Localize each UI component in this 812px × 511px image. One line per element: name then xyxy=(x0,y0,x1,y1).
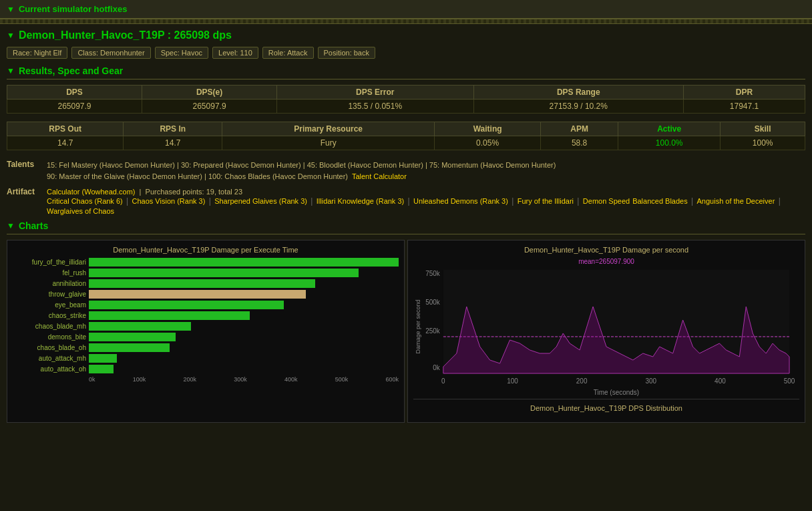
svg-text:0k: 0k xyxy=(433,364,440,371)
svg-text:750k: 750k xyxy=(425,270,440,277)
dps-line-chart: 750k 500k 250k 0k Damage per second 0 xyxy=(413,267,799,397)
header-active: Active xyxy=(618,122,721,136)
power-sharpened-glaives[interactable]: Sharpened Glaives (Rank 3) xyxy=(214,197,307,205)
bar-row: chaos_blade_oh xyxy=(13,343,399,352)
power-unleashed-demons[interactable]: Unleashed Demons (Rank 3) xyxy=(413,197,508,205)
bar-fill xyxy=(89,365,114,373)
val-dpr: 17947.1 xyxy=(684,100,805,114)
artifact-row: Artifact Calculator (Wowhead.com) | Purc… xyxy=(7,187,805,215)
svg-text:100: 100 xyxy=(507,377,518,385)
power-illidari-knowledge[interactable]: Illidari Knowledge (Rank 3) xyxy=(317,197,404,205)
artifact-section: Artifact Calculator (Wowhead.com) | Purc… xyxy=(7,187,805,215)
header-waiting: Waiting xyxy=(435,122,541,136)
header-skill: Skill xyxy=(721,122,805,136)
bar-row: throw_glaive xyxy=(13,290,399,299)
power-chaos-vision[interactable]: Chaos Vision (Rank 3) xyxy=(132,197,206,205)
bar-container xyxy=(89,365,399,373)
bar-label: chaos_blade_oh xyxy=(13,344,86,351)
header-dps-range: DPS Range xyxy=(473,86,684,100)
header-dps: DPS xyxy=(7,86,142,100)
power-fury-illidari[interactable]: Fury of the Illidari xyxy=(518,197,574,205)
profile-title: Demon_Hunter_Havoc_T19P : 265098 dps xyxy=(19,29,232,41)
dps-chart-title: Demon_Hunter_Havoc_T19P Damage per secon… xyxy=(413,246,799,254)
main-content: ▼ Demon_Hunter_Havoc_T19P : 265098 dps R… xyxy=(0,24,812,428)
power-balanced-blades[interactable]: Balanced Blades xyxy=(632,197,688,205)
hotfixes-bar: ▼ Current simulator hotfixes xyxy=(0,0,812,19)
bar-label: fel_rush xyxy=(13,269,86,277)
charts-title-row: ▼ Charts xyxy=(7,220,805,234)
charts-title: Charts xyxy=(19,220,48,231)
charts-arrow: ▼ xyxy=(7,221,15,230)
x-axis-label: 400k xyxy=(284,376,298,383)
val-dps-range: 27153.9 / 10.2% xyxy=(473,100,684,114)
bar-label: auto_attack_mh xyxy=(13,355,86,362)
svg-text:500k: 500k xyxy=(425,299,440,306)
hotfixes-arrow: ▼ xyxy=(7,5,15,14)
svg-text:Damage per second: Damage per second xyxy=(415,300,421,354)
attr-class: Class: Demonhunter xyxy=(71,47,150,59)
profile-title-row: ▼ Demon_Hunter_Havoc_T19P : 265098 dps xyxy=(7,29,805,41)
bar-row: chaos_blade_mh xyxy=(13,322,399,331)
charts-container: Demon_Hunter_Havoc_T19P Damage per Execu… xyxy=(7,240,805,423)
val-waiting: 0.05% xyxy=(435,136,541,150)
dpt-chart-title: Demon_Hunter_Havoc_T19P Damage per Execu… xyxy=(13,246,399,254)
bar-row: fury_of_the_illidari xyxy=(13,258,399,267)
hotfixes-title: Current simulator hotfixes xyxy=(19,4,128,14)
bar-chart: fury_of_the_illidarifel_rushannihilation… xyxy=(13,258,399,373)
bar-container xyxy=(89,322,399,331)
artifact-content: Calculator (Wowhead.com) | Purchased poi… xyxy=(47,187,805,215)
bar-label: demons_bite xyxy=(13,333,86,341)
bar-container xyxy=(89,301,399,309)
val-apm: 58.8 xyxy=(541,136,618,150)
val-active: 100.0% xyxy=(618,136,721,150)
bar-label: chaos_strike xyxy=(13,312,86,319)
header-primary-resource: Primary Resource xyxy=(222,122,435,136)
bar-label: annihilation xyxy=(13,280,86,287)
charts-section: ▼ Charts Demon_Hunter_Havoc_T19P Damage … xyxy=(7,220,805,423)
bar-fill xyxy=(89,269,359,277)
bar-label: fury_of_the_illidari xyxy=(13,259,86,266)
talent-calculator-link[interactable]: Talent Calculator xyxy=(352,172,407,180)
val-primary-resource: Fury xyxy=(222,136,435,150)
header-apm: APM xyxy=(541,122,618,136)
bar-fill xyxy=(89,311,250,320)
attr-role: Role: Attack xyxy=(262,47,314,59)
power-warglaives-chaos[interactable]: Warglaives of Chaos xyxy=(47,207,114,215)
bar-row: auto_attack_oh xyxy=(13,365,399,373)
bar-container xyxy=(89,333,399,341)
val-rps-out: 14.7 xyxy=(7,136,124,150)
rps-table: RPS Out RPS In Primary Resource Waiting … xyxy=(7,122,805,150)
bar-row: eye_beam xyxy=(13,301,399,309)
artifact-powers: Critical Chaos (Rank 6) | Chaos Vision (… xyxy=(47,196,805,215)
power-demon-speed[interactable]: Demon Speed xyxy=(583,197,630,205)
talents-row: Talents 15: Fel Mastery (Havoc Demon Hun… xyxy=(7,160,805,182)
val-dps-error: 135.5 / 0.051% xyxy=(277,100,473,114)
bar-container xyxy=(89,269,399,277)
val-rps-in: 14.7 xyxy=(124,136,222,150)
x-axis-label: 100k xyxy=(133,376,146,383)
attributes-row: Race: Night Elf Class: Demonhunter Spec:… xyxy=(7,47,805,59)
bar-container xyxy=(89,343,399,352)
talents-label: Talents xyxy=(7,160,47,182)
talents-text: 15: Fel Mastery (Havoc Demon Hunter) | 3… xyxy=(47,160,556,182)
attr-level: Level: 110 xyxy=(212,47,258,59)
header-rps-out: RPS Out xyxy=(7,122,124,136)
svg-text:Time (seconds): Time (seconds) xyxy=(594,389,639,396)
bar-fill xyxy=(89,290,306,299)
bar-row: chaos_strike xyxy=(13,311,399,320)
bar-fill xyxy=(89,333,176,341)
bar-fill xyxy=(89,301,284,309)
svg-text:400: 400 xyxy=(715,377,726,385)
bar-label: eye_beam xyxy=(13,301,86,309)
bar-fill xyxy=(89,354,117,363)
dpt-chart-panel: Demon_Hunter_Havoc_T19P Damage per Execu… xyxy=(7,240,405,423)
results-title: Results, Spec and Gear xyxy=(19,65,123,76)
power-anguish-deceiver[interactable]: Anguish of the Deceiver xyxy=(697,197,775,205)
attr-race: Race: Night Elf xyxy=(7,47,67,59)
x-axis-label: 300k xyxy=(234,376,247,383)
svg-text:250k: 250k xyxy=(425,327,440,335)
power-critical-chaos[interactable]: Critical Chaos (Rank 6) xyxy=(47,197,123,205)
bar-fill xyxy=(89,258,399,267)
profile-arrow: ▼ xyxy=(7,31,15,40)
attr-position: Position: back xyxy=(318,47,375,59)
